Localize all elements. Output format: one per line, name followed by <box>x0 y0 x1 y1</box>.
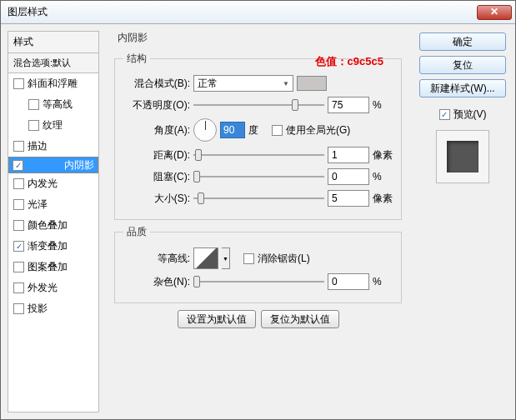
choke-label: 阻塞(C): <box>123 170 190 184</box>
style-checkbox[interactable] <box>13 178 24 189</box>
choke-unit: % <box>373 171 393 182</box>
antialias-checkbox[interactable] <box>243 253 254 264</box>
angle-input[interactable]: 90 <box>220 122 245 138</box>
new-style-button[interactable]: 新建样式(W)... <box>419 79 506 98</box>
color-swatch[interactable] <box>297 76 327 91</box>
window-title: 图层样式 <box>8 5 477 19</box>
style-label: 等高线 <box>43 98 73 112</box>
style-item[interactable]: 斜面和浮雕 <box>8 73 98 94</box>
close-button[interactable]: ✕ <box>477 5 512 20</box>
style-checkbox[interactable] <box>13 220 24 231</box>
titlebar: 图层样式 ✕ <box>1 1 515 24</box>
style-item[interactable]: 光泽 <box>8 194 98 215</box>
style-label: 内发光 <box>28 177 58 191</box>
style-item[interactable]: 投影 <box>8 298 98 319</box>
action-panel: 确定 复位 新建样式(W)... 预览(V) <box>417 31 508 412</box>
style-checkbox[interactable] <box>13 262 24 272</box>
style-item[interactable]: 内发光 <box>8 173 98 194</box>
style-item[interactable]: 图案叠加 <box>8 257 98 278</box>
noise-label: 杂色(N): <box>123 275 190 289</box>
size-input[interactable]: 5 <box>328 190 369 207</box>
style-checkbox[interactable] <box>13 199 24 210</box>
style-item[interactable]: 颜色叠加 <box>8 215 98 236</box>
style-checkbox[interactable] <box>13 160 23 171</box>
style-checkbox[interactable] <box>13 241 24 252</box>
global-light-label: 使用全局光(G) <box>286 123 350 138</box>
blending-options-header[interactable]: 混合选项:默认 <box>8 53 99 73</box>
opacity-input[interactable]: 75 <box>328 97 369 113</box>
style-item[interactable]: 纹理 <box>8 115 98 136</box>
reset-default-button[interactable]: 复位为默认值 <box>261 310 339 328</box>
style-list: 斜面和浮雕等高线纹理描边内阴影内发光光泽颜色叠加渐变叠加图案叠加外发光投影 <box>8 73 99 412</box>
angle-label: 角度(A): <box>123 123 190 138</box>
layer-style-dialog: 图层样式 ✕ 样式 混合选项:默认 斜面和浮雕等高线纹理描边内阴影内发光光泽颜色… <box>0 0 516 420</box>
blend-mode-select[interactable]: 正常 ▼ <box>193 75 293 92</box>
noise-unit: % <box>373 276 393 288</box>
angle-dial[interactable] <box>193 118 217 142</box>
antialias-label: 消除锯齿(L) <box>258 252 310 266</box>
style-label: 外发光 <box>28 281 58 295</box>
opacity-slider[interactable] <box>193 98 324 112</box>
choke-slider[interactable] <box>193 170 324 183</box>
styles-header: 样式 <box>8 31 99 53</box>
ok-button[interactable]: 确定 <box>419 32 506 51</box>
style-item[interactable]: 描边 <box>8 136 98 157</box>
style-label: 光泽 <box>28 198 48 212</box>
blend-mode-label: 混合模式(B): <box>123 77 190 91</box>
structure-legend: 结构 <box>123 52 150 66</box>
group-title: 内阴影 <box>114 31 151 45</box>
style-label: 内阴影 <box>64 158 94 172</box>
size-slider[interactable] <box>193 192 324 205</box>
style-label: 颜色叠加 <box>28 218 68 232</box>
preview-label: 预览(V) <box>453 108 487 122</box>
style-label: 纹理 <box>43 118 63 132</box>
cancel-button[interactable]: 复位 <box>419 56 506 74</box>
global-light-checkbox[interactable] <box>272 125 283 136</box>
noise-input[interactable]: 0 <box>328 273 369 290</box>
opacity-label: 不透明度(O): <box>123 98 190 112</box>
quality-legend: 品质 <box>123 225 150 239</box>
opacity-unit: % <box>373 99 393 111</box>
preview-box <box>436 130 489 183</box>
style-item[interactable]: 外发光 <box>8 278 98 298</box>
choke-input[interactable]: 0 <box>328 168 369 185</box>
style-checkbox[interactable] <box>13 78 24 89</box>
style-checkbox[interactable] <box>13 303 24 314</box>
style-label: 图案叠加 <box>28 260 68 274</box>
size-label: 大小(S): <box>123 192 190 206</box>
make-default-button[interactable]: 设置为默认值 <box>178 310 256 328</box>
distance-unit: 像素 <box>373 148 393 162</box>
style-item[interactable]: 等高线 <box>8 94 98 115</box>
style-checkbox[interactable] <box>28 120 39 131</box>
angle-unit: 度 <box>248 123 258 138</box>
noise-slider[interactable] <box>193 275 324 288</box>
contour-label: 等高线: <box>123 252 190 266</box>
structure-group: 结构 混合模式(B): 正常 ▼ 不透明度(O): 75 % <box>114 52 402 220</box>
style-item[interactable]: 内阴影 <box>8 157 98 173</box>
style-label: 投影 <box>28 302 48 316</box>
contour-picker[interactable] <box>193 248 218 269</box>
distance-input[interactable]: 1 <box>328 147 369 163</box>
style-label: 斜面和浮雕 <box>28 77 78 91</box>
preview-swatch <box>447 141 478 172</box>
style-label: 描边 <box>28 139 48 153</box>
distance-slider[interactable] <box>193 148 324 162</box>
styles-panel: 样式 混合选项:默认 斜面和浮雕等高线纹理描边内阴影内发光光泽颜色叠加渐变叠加图… <box>8 31 99 412</box>
contour-dropdown[interactable]: ▼ <box>222 248 230 269</box>
size-unit: 像素 <box>373 192 393 206</box>
quality-group: 品质 等高线: ▼ 消除锯齿(L) 杂色(N): 0 % <box>114 225 402 303</box>
color-annotation: 色值：c9c5c5 <box>315 54 383 69</box>
settings-panel: 色值：c9c5c5 内阴影 结构 混合模式(B): 正常 ▼ 不透明度(O): <box>106 31 410 412</box>
chevron-down-icon: ▼ <box>283 80 289 88</box>
style-checkbox[interactable] <box>28 99 39 110</box>
style-checkbox[interactable] <box>13 141 24 152</box>
preview-checkbox[interactable] <box>439 109 450 120</box>
style-item[interactable]: 渐变叠加 <box>8 236 98 257</box>
style-checkbox[interactable] <box>13 282 24 293</box>
style-label: 渐变叠加 <box>28 239 68 253</box>
distance-label: 距离(D): <box>123 148 190 162</box>
